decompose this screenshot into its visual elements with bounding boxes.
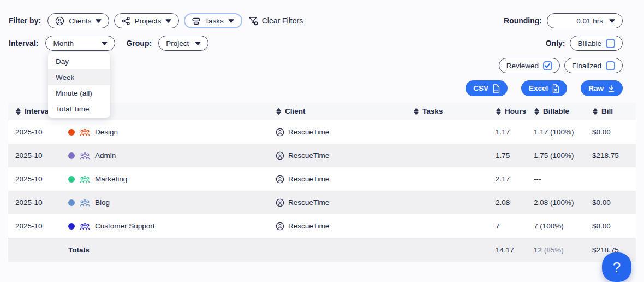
funnel-x-icon bbox=[248, 16, 258, 26]
billable-cell: 7 (100%) bbox=[534, 222, 592, 230]
billable-cell: 1.17 (100%) bbox=[534, 128, 592, 136]
bill-header-label: Bill bbox=[601, 107, 613, 115]
client-cell: RescueTime bbox=[276, 198, 413, 207]
reviewed-checkbox[interactable] bbox=[543, 61, 552, 70]
interval-cell: 2025-10 bbox=[8, 222, 68, 230]
billable-column-header[interactable]: Billable bbox=[534, 107, 592, 115]
clients-filter-button[interactable]: Clients bbox=[47, 13, 109, 28]
only-bar: Only: Billable bbox=[546, 36, 623, 51]
group-label: Group: bbox=[126, 39, 152, 48]
team-icon bbox=[80, 128, 90, 136]
team-icon bbox=[80, 222, 90, 230]
interval-select[interactable]: Month bbox=[45, 36, 115, 51]
interval-label: Interval: bbox=[9, 39, 38, 48]
bill-cell: $0.00 bbox=[592, 128, 636, 136]
filter-pills: Clients Projects Tasks bbox=[47, 13, 242, 28]
share-icon bbox=[122, 17, 130, 25]
project-name: Design bbox=[95, 128, 118, 136]
sort-icon bbox=[592, 108, 598, 115]
project-name: Admin bbox=[95, 151, 116, 160]
sort-icon bbox=[496, 108, 502, 115]
interval-cell: 2025-10 bbox=[8, 151, 68, 160]
tasks-column-header[interactable]: Tasks bbox=[413, 107, 496, 115]
tasks-filter-button[interactable]: Tasks bbox=[184, 13, 242, 28]
finalized-toggle[interactable]: Finalized bbox=[564, 58, 623, 73]
table-row: 2025-10 Design RescueTime 1.17 1.17 (100… bbox=[8, 120, 636, 144]
csv-export-button[interactable]: CSV bbox=[466, 80, 508, 96]
help-button[interactable]: ? bbox=[602, 252, 631, 282]
project-cell: Marketing bbox=[68, 175, 276, 183]
filter-bar: Filter by: Clients Projects Tasks Clear … bbox=[9, 13, 303, 28]
totals-row: Totals 14.17 12 (85%) $218.75 bbox=[8, 238, 636, 262]
project-cell: Blog bbox=[68, 198, 276, 207]
project-color-dot bbox=[68, 223, 75, 230]
client-name: RescueTime bbox=[288, 175, 329, 183]
totals-label: Totals bbox=[68, 246, 276, 254]
chevron-down-icon bbox=[102, 42, 108, 45]
finalized-toggle-label: Finalized bbox=[572, 62, 601, 70]
chevron-down-icon bbox=[228, 19, 234, 23]
client-name: RescueTime bbox=[288, 128, 329, 136]
hours-cell: 2.17 bbox=[496, 175, 534, 183]
rounding-label: Rounding: bbox=[504, 16, 542, 25]
hours-column-header[interactable]: Hours bbox=[496, 107, 534, 115]
client-cell: RescueTime bbox=[276, 222, 413, 231]
export-bar: CSV Excel Raw bbox=[466, 80, 623, 96]
hours-cell: 1.17 bbox=[496, 128, 534, 136]
billable-toggle-label: Billable bbox=[577, 39, 601, 48]
hours-cell: 7 bbox=[496, 222, 534, 230]
sort-icon bbox=[276, 108, 282, 115]
client-column-header[interactable]: Client bbox=[276, 107, 413, 115]
excel-export-button[interactable]: Excel bbox=[521, 80, 567, 96]
table-row: 2025-10 Blog RescueTime 2.08 2.08 (100%)… bbox=[8, 191, 636, 214]
client-cell: RescueTime bbox=[276, 151, 413, 160]
billable-header-label: Billable bbox=[543, 107, 569, 115]
hours-header-label: Hours bbox=[505, 107, 526, 115]
tasks-filter-label: Tasks bbox=[205, 17, 224, 25]
project-color-dot bbox=[68, 199, 75, 206]
clear-filters-button[interactable]: Clear Filters bbox=[248, 16, 303, 26]
finalized-checkbox[interactable] bbox=[606, 61, 615, 70]
rounding-bar: Rounding: 0.01 hrs bbox=[504, 13, 623, 28]
user-circle-icon bbox=[276, 175, 284, 184]
interval-option-week[interactable]: Week bbox=[48, 69, 110, 85]
rounding-select[interactable]: 0.01 hrs bbox=[547, 13, 623, 28]
bill-column-header[interactable]: Bill bbox=[592, 107, 636, 115]
billable-cell: 1.75 (100%) bbox=[534, 151, 592, 160]
raw-export-button[interactable]: Raw bbox=[581, 80, 623, 96]
interval-value: Month bbox=[53, 39, 74, 48]
sort-icon bbox=[15, 108, 21, 115]
excel-export-label: Excel bbox=[529, 84, 548, 92]
file-csv-icon bbox=[492, 84, 500, 93]
reviewed-toggle-label: Reviewed bbox=[506, 62, 539, 70]
totals-billable: 12 (85%) bbox=[534, 246, 592, 254]
review-state-bar: Reviewed Finalized bbox=[499, 58, 623, 73]
sort-icon bbox=[413, 108, 419, 115]
client-header-label: Client bbox=[285, 107, 306, 115]
download-icon bbox=[607, 85, 615, 92]
question-mark-icon: ? bbox=[613, 259, 621, 276]
client-cell: RescueTime bbox=[276, 128, 413, 137]
chevron-down-icon bbox=[96, 19, 102, 23]
chevron-down-icon bbox=[195, 42, 201, 45]
billable-checkbox[interactable] bbox=[606, 39, 615, 48]
interval-header-label: Interval bbox=[25, 107, 51, 115]
group-select[interactable]: Project bbox=[158, 36, 208, 51]
interval-option-day[interactable]: Day bbox=[48, 54, 110, 69]
user-circle-icon bbox=[276, 151, 284, 160]
reviewed-toggle[interactable]: Reviewed bbox=[499, 58, 560, 73]
projects-filter-label: Projects bbox=[134, 17, 161, 25]
projects-filter-button[interactable]: Projects bbox=[114, 13, 179, 28]
billable-cell: 2.08 (100%) bbox=[534, 198, 592, 207]
team-icon bbox=[80, 199, 90, 207]
interval-option-total-time[interactable]: Total Time bbox=[48, 101, 110, 117]
client-name: RescueTime bbox=[288, 151, 329, 160]
totals-billable-percent: (85%) bbox=[544, 246, 564, 254]
raw-export-label: Raw bbox=[588, 84, 604, 92]
billable-toggle[interactable]: Billable bbox=[570, 36, 623, 51]
table-row: 2025-10 Marketing RescueTime 2.17 --- bbox=[8, 167, 636, 191]
client-name: RescueTime bbox=[288, 222, 329, 230]
interval-option-minute[interactable]: Minute (all) bbox=[48, 85, 110, 101]
file-excel-icon bbox=[552, 84, 559, 93]
filter-stack-icon bbox=[192, 17, 200, 25]
